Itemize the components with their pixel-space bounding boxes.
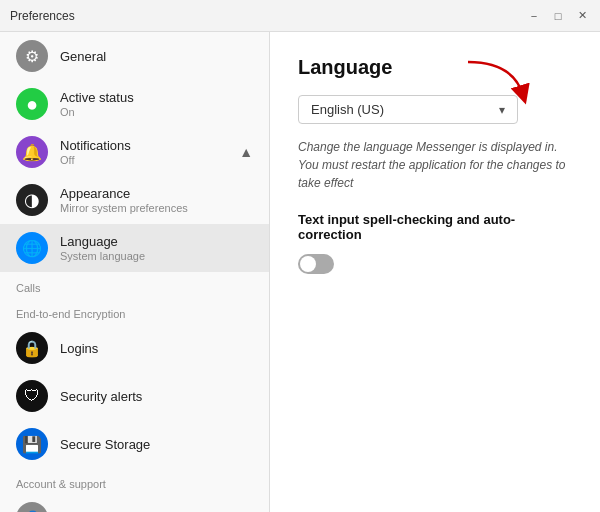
active-status-sublabel: On	[60, 106, 134, 118]
language-selected-value: English (US)	[311, 102, 384, 117]
maximize-button[interactable]: □	[550, 8, 566, 24]
notifications-icon: 🔔	[16, 136, 48, 168]
secure-storage-icon: 💾	[16, 428, 48, 460]
appearance-label: Appearance	[60, 186, 188, 201]
notifications-sublabel: Off	[60, 154, 131, 166]
sidebar-item-logins[interactable]: 🔒 Logins	[0, 324, 269, 372]
e2e-section-header: End-to-end Encryption	[0, 298, 269, 324]
active-status-label: Active status	[60, 90, 134, 105]
window-controls: − □ ✕	[526, 8, 590, 24]
language-sublabel: System language	[60, 250, 145, 262]
spell-check-label: Text input spell-checking and auto-corre…	[298, 212, 572, 242]
language-select[interactable]: English (US) ▾	[298, 95, 518, 124]
language-dropdown-wrapper: English (US) ▾	[298, 95, 518, 124]
titlebar: Preferences − □ ✕	[0, 0, 600, 32]
sidebar-item-notifications[interactable]: 🔔 Notifications Off ▲	[0, 128, 269, 176]
right-panel: Language English (US) ▾ Change the langu…	[270, 32, 600, 512]
panel-title: Language	[298, 56, 572, 79]
sidebar-item-secure-storage[interactable]: 💾 Secure Storage	[0, 420, 269, 468]
sidebar-item-appearance[interactable]: ◑ Appearance Mirror system preferences	[0, 176, 269, 224]
language-description: Change the language Messenger is display…	[298, 138, 572, 192]
spell-check-toggle[interactable]	[298, 254, 334, 274]
sidebar: ⚙ General ● Active status On 🔔 Notificat…	[0, 32, 270, 512]
sidebar-item-account[interactable]: 👤	[0, 494, 269, 512]
security-alerts-icon: 🛡	[16, 380, 48, 412]
security-alerts-label: Security alerts	[60, 389, 142, 404]
chevron-down-icon: ▾	[499, 103, 505, 117]
main-container: ⚙ General ● Active status On 🔔 Notificat…	[0, 32, 600, 512]
logins-label: Logins	[60, 341, 98, 356]
active-status-icon: ●	[16, 88, 48, 120]
close-button[interactable]: ✕	[574, 8, 590, 24]
general-label: General	[60, 49, 106, 64]
appearance-sublabel: Mirror system preferences	[60, 202, 188, 214]
language-icon: 🌐	[16, 232, 48, 264]
secure-storage-label: Secure Storage	[60, 437, 150, 452]
minimize-button[interactable]: −	[526, 8, 542, 24]
calls-section-header: Calls	[0, 272, 269, 298]
sidebar-item-general[interactable]: ⚙ General	[0, 32, 269, 80]
language-label: Language	[60, 234, 145, 249]
general-icon: ⚙	[16, 40, 48, 72]
app-title: Preferences	[10, 9, 75, 23]
account-icon: 👤	[16, 502, 48, 512]
toggle-knob	[300, 256, 316, 272]
appearance-icon: ◑	[16, 184, 48, 216]
notifications-label: Notifications	[60, 138, 131, 153]
logins-icon: 🔒	[16, 332, 48, 364]
notifications-badge: ▲	[239, 144, 253, 160]
account-section-header: Account & support	[0, 468, 269, 494]
spell-check-toggle-container	[298, 254, 572, 274]
sidebar-item-language[interactable]: 🌐 Language System language	[0, 224, 269, 272]
sidebar-item-active-status[interactable]: ● Active status On	[0, 80, 269, 128]
sidebar-item-security-alerts[interactable]: 🛡 Security alerts	[0, 372, 269, 420]
